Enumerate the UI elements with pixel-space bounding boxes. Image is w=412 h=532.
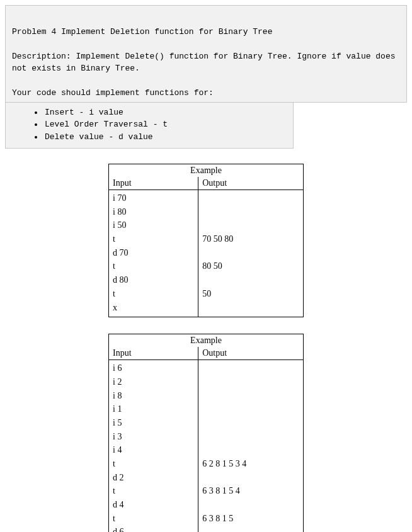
output-line: [202, 191, 299, 205]
output-line: [202, 498, 299, 512]
output-line: [202, 375, 299, 389]
output-line: [202, 416, 299, 430]
output-line: [202, 525, 299, 532]
example-table-2: Example Input Output i 6 i 2 i 8 i 1 i 5…: [108, 334, 304, 532]
output-line: [202, 301, 299, 315]
bullet-item: Level Order Traversal - t: [43, 118, 287, 131]
output-line: [202, 246, 299, 260]
output-line: 6 2 8 1 5 3 4: [202, 457, 299, 471]
input-line: d 6: [113, 525, 194, 532]
input-line: x: [113, 301, 194, 315]
input-line: t: [113, 457, 194, 471]
output-line: [202, 430, 299, 444]
problem-statement-box: Problem 4 Implement Deletion function fo…: [5, 5, 407, 103]
input-line: d 70: [113, 246, 194, 260]
output-line: [202, 443, 299, 457]
output-line: 6 3 8 1 5 4: [202, 484, 299, 498]
output-line: [202, 205, 299, 219]
output-line: [202, 273, 299, 287]
input-line: t: [113, 287, 194, 301]
output-line: [202, 389, 299, 403]
col-header-output: Output: [198, 177, 304, 190]
bullet-list: Insert - i value Level Order Traversal -…: [33, 106, 287, 144]
example-tables: Example Input Output i 70 i 80 i 50 t d …: [0, 149, 412, 532]
input-line: t: [113, 484, 194, 498]
problem-title: Problem 4 Implement Deletion function fo…: [12, 27, 272, 37]
example-table-1: Example Input Output i 70 i 80 i 50 t d …: [108, 164, 304, 317]
output-line: [202, 471, 299, 485]
col-header-output: Output: [198, 347, 304, 360]
bullet-item: Insert - i value: [43, 106, 287, 119]
output-line: 50: [202, 287, 299, 301]
input-line: i 5: [113, 416, 194, 430]
input-line: t: [113, 259, 194, 273]
input-line: t: [113, 232, 194, 246]
output-cell: 6 2 8 1 5 3 4 6 3 8 1 5 4 6 3 8 1 5 8 3 …: [198, 360, 304, 532]
output-line: [202, 402, 299, 416]
input-line: i 6: [113, 361, 194, 375]
input-line: t: [113, 512, 194, 526]
output-line: [202, 361, 299, 375]
input-cell: i 6 i 2 i 8 i 1 i 5 i 3 i 4 t d 2 t d 4 …: [109, 360, 198, 532]
input-line: d 2: [113, 471, 194, 485]
problem-bullets-box: Insert - i value Level Order Traversal -…: [5, 103, 294, 149]
problem-instructions-label: Your code should implement functions for…: [12, 88, 214, 98]
output-line: 6 3 8 1 5: [202, 512, 299, 526]
input-line: i 50: [113, 218, 194, 232]
input-line: i 80: [113, 205, 194, 219]
input-line: i 3: [113, 430, 194, 444]
col-header-input: Input: [109, 347, 198, 360]
input-line: d 4: [113, 498, 194, 512]
example-caption: Example: [109, 334, 304, 348]
output-line: [202, 218, 299, 232]
input-cell: i 70 i 80 i 50 t d 70 t d 80 t x: [109, 190, 198, 317]
bullet-item: Delete value - d value: [43, 131, 287, 144]
col-header-input: Input: [109, 177, 198, 190]
input-line: i 70: [113, 191, 194, 205]
output-cell: 70 50 80 80 50 50: [198, 190, 304, 317]
input-line: i 1: [113, 402, 194, 416]
problem-description: Description: Implement Delete() function…: [12, 52, 400, 74]
output-line: 70 50 80: [202, 232, 299, 246]
input-line: i 8: [113, 389, 194, 403]
input-line: i 2: [113, 375, 194, 389]
input-line: i 4: [113, 443, 194, 457]
example-caption: Example: [109, 164, 304, 178]
output-line: 80 50: [202, 259, 299, 273]
page: Problem 4 Implement Deletion function fo…: [0, 5, 412, 532]
input-line: d 80: [113, 273, 194, 287]
